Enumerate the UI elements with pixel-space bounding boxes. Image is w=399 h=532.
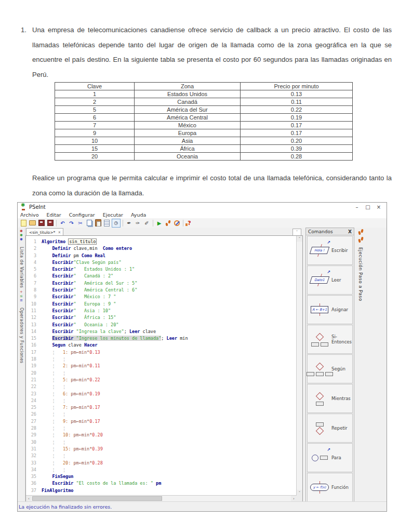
code-line: 11 Escribir" Asia : 10": [28, 308, 296, 314]
table-row: 2Canadá0.11: [55, 98, 353, 106]
cut-icon[interactable]: ✂: [76, 219, 84, 227]
menu-ayuda[interactable]: Ayuda: [131, 212, 146, 218]
scroll-left-icon[interactable]: ‹: [26, 496, 32, 501]
line-number: 28: [28, 425, 36, 432]
code-line: 31 ¦ 15: pm←min*0.39: [28, 446, 296, 453]
line-number: 18: [28, 356, 36, 363]
flowchart-shape: Dato1: [310, 276, 330, 284]
line-number: 5: [28, 266, 36, 273]
horizontal-scrollbar[interactable]: ‹ ›: [26, 495, 297, 501]
mini-block: [320, 456, 328, 460]
operator-glyph: +: [20, 290, 23, 294]
draw-flowchart-icon[interactable]: ✒: [125, 219, 133, 227]
table-cell: 0.20: [241, 137, 353, 145]
command-si-entonces[interactable]: Si-Entonces: [307, 325, 353, 354]
step-execution-tab[interactable]: Ejecución Paso a Paso: [356, 229, 365, 301]
code-line: 30 ¦ ¦: [28, 439, 296, 446]
redo-icon[interactable]: ↷: [68, 219, 75, 227]
command-asignar[interactable]: A ← B+1Asignar: [307, 295, 353, 324]
step-run-icon[interactable]: [164, 219, 172, 227]
tab-list-dropdown[interactable]: ˅: [292, 229, 301, 236]
menu-configurar[interactable]: Configurar: [69, 212, 95, 218]
line-number: 10: [28, 301, 36, 308]
code-line: 24 ¦ ¦: [28, 397, 296, 404]
command-funci-n[interactable]: y ← f(x)Función: [307, 473, 353, 502]
code-line: 15 Escribir "Ingrese los minutos de llam…: [28, 335, 296, 342]
code-line: 33 ¦ 20: pm←min*0.28: [28, 460, 296, 467]
undo-icon[interactable]: ↶: [59, 219, 66, 227]
operator-glyph: ≡: [20, 298, 23, 302]
run-icon[interactable]: ▶: [155, 219, 163, 227]
open-file-icon[interactable]: [29, 219, 36, 227]
icon-caption: y ← f(x): [313, 485, 326, 489]
line-number: 21: [28, 377, 36, 383]
step-exec-icon[interactable]: ◷: [112, 219, 121, 228]
commands-close-icon[interactable]: X: [348, 229, 352, 234]
command-escribir[interactable]: Hola !↗Escribir: [307, 236, 353, 265]
new-file-icon[interactable]: [20, 219, 28, 227]
menu-editar[interactable]: Editar: [47, 212, 61, 218]
line-number: 16: [28, 342, 36, 349]
table-cell: 0.28: [241, 153, 353, 161]
debug-icon[interactable]: [173, 219, 181, 227]
command-label: Si-Entonces: [331, 334, 352, 344]
table-header-cell: Zona: [135, 83, 241, 90]
code-line: 16 Segun clave Hacer: [28, 342, 296, 349]
convert-icon[interactable]: ✐: [143, 219, 151, 227]
line-number: 9: [28, 294, 36, 300]
code-line: 17 ¦ 1: pm←min*0.13: [28, 349, 296, 356]
scroll-right-icon[interactable]: ›: [291, 496, 297, 501]
tab-close-icon[interactable]: x: [58, 230, 60, 234]
line-number: 22: [28, 383, 36, 390]
repeat-loop-icon: [308, 418, 331, 438]
operators-functions-tab[interactable]: Operadores y Funciones: [19, 308, 24, 363]
save-icon[interactable]: [37, 219, 45, 227]
paste-icon[interactable]: [94, 219, 102, 227]
toolbar-separator: [123, 220, 123, 227]
line-number: 30: [28, 439, 36, 446]
save-as-icon[interactable]: [46, 219, 54, 227]
tab-sin-titulo[interactable]: <sin_titulo>* x: [26, 228, 63, 236]
command-repetir[interactable]: Repetir: [307, 414, 353, 443]
scroll-up-icon[interactable]: ˄: [297, 236, 302, 242]
menu-bar: ArchivoEditarConfigurarEjecutarAyuda: [18, 211, 387, 218]
vertical-scrollbar[interactable]: ˄ ˅: [296, 236, 302, 496]
table-cell: 0.19: [241, 114, 353, 122]
menu-archivo[interactable]: Archivo: [20, 212, 39, 218]
menu-ejecutar[interactable]: Ejecutar: [103, 212, 123, 218]
commands-panel-title: Comandos: [308, 229, 333, 234]
format-icon[interactable]: [103, 219, 111, 227]
mini-block: [307, 372, 314, 376]
command-para[interactable]: ↗Para: [307, 443, 353, 472]
code-line: 7 Escribir" América del Sur : 5": [28, 280, 296, 287]
line-number: 12: [28, 314, 36, 321]
scrollbar-thumb[interactable]: [32, 496, 162, 501]
line-number: 20: [28, 370, 36, 377]
code-line: 34 ¦ ¦: [28, 467, 296, 473]
hand-tool-icon[interactable]: ✑: [134, 219, 142, 227]
commands-list: Hola !↗EscribirDato1↗LeerA ← B+1AsignarS…: [306, 236, 354, 502]
help-icon[interactable]: ?: [185, 219, 193, 227]
toolbar-separator: [56, 220, 57, 227]
copy-icon[interactable]: [85, 219, 93, 227]
scroll-down-icon[interactable]: ˅: [297, 490, 302, 496]
code-line: 18 ¦ ¦: [28, 356, 296, 363]
close-button[interactable]: ×: [376, 204, 382, 210]
code-line: 27 ¦ 9: pm←min*0.17: [28, 418, 296, 425]
minimize-button[interactable]: –: [354, 204, 360, 210]
table-cell: 0.17: [241, 129, 353, 137]
maximize-button[interactable]: □: [365, 204, 371, 210]
table-row: 1Estados Unidos0.13: [55, 90, 353, 98]
code-line: 1Algoritmo sin_titulo: [28, 238, 296, 245]
assign-rect-icon: A ← B+1: [308, 299, 331, 320]
command-leer[interactable]: Dato1↗Leer: [307, 265, 353, 295]
code-line: 4 Escribir"Clave Según país": [28, 259, 296, 266]
command-label: Para: [331, 455, 341, 460]
code-editor[interactable]: 1Algoritmo sin_titulo2 Definir clave,min…: [25, 235, 303, 502]
window-controls: – □ ×: [354, 204, 387, 210]
tab-bar: <sin_titulo>* x ˅: [25, 228, 303, 235]
variables-list-tab[interactable]: Lista de Variables: [19, 247, 24, 288]
command-mientras[interactable]: Mientras: [307, 384, 353, 413]
command-seg-n[interactable]: Según: [307, 354, 353, 383]
mini-block: [325, 372, 333, 376]
